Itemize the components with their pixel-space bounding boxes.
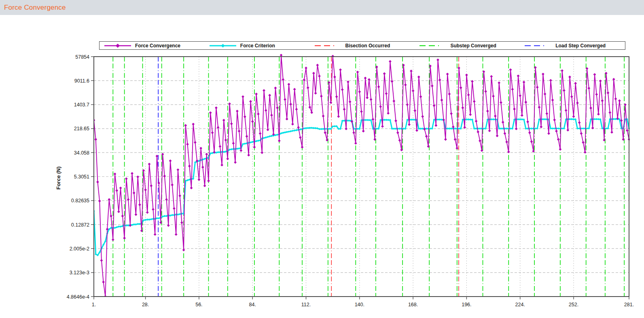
svg-text:112.: 112. [301, 302, 311, 307]
chart-titlebar: Force Convergence [0, 0, 644, 15]
legend-label: Bisection Occurred [345, 43, 390, 49]
svg-text:56.: 56. [195, 302, 202, 307]
svg-text:9011.6: 9011.6 [74, 78, 89, 84]
svg-text:168.: 168. [408, 302, 418, 307]
svg-text:28.: 28. [142, 302, 149, 307]
svg-text:1.: 1. [92, 302, 96, 307]
svg-text:196.: 196. [462, 302, 471, 307]
load-step-converged-line-icon [523, 43, 553, 49]
svg-text:4.8646e-4: 4.8646e-4 [67, 294, 89, 300]
svg-text:281.: 281. [624, 302, 634, 307]
legend-label: Force Convergence [135, 43, 180, 49]
svg-text:5.3051: 5.3051 [74, 174, 89, 180]
svg-text:Force (N): Force (N) [55, 166, 61, 189]
svg-text:140.: 140. [355, 302, 364, 307]
legend-item-force-criterion: Force Criterion [205, 43, 310, 49]
legend-item-substep-converged: Substep Converged [415, 43, 520, 49]
bisection-line-icon [314, 43, 343, 49]
svg-text:252.: 252. [569, 302, 578, 307]
svg-text:1403.7: 1403.7 [74, 102, 89, 108]
page-title: Force Convergence [4, 4, 66, 12]
legend-label: Load Step Converged [555, 43, 606, 49]
force-criterion-series [93, 118, 630, 257]
svg-text:0.12872: 0.12872 [71, 222, 89, 228]
legend-item-force-convergence: Force Convergence [100, 43, 205, 49]
force-convergence-view: { "header": { "title": "Force Convergenc… [0, 0, 644, 318]
svg-text:2.005e-2: 2.005e-2 [70, 246, 89, 252]
legend-label: Force Criterion [240, 43, 275, 49]
svg-text:0.82635: 0.82635 [71, 198, 89, 204]
legend-label: Substep Converged [450, 43, 496, 49]
svg-text:57854: 57854 [75, 54, 89, 60]
chart-legend: Force Convergence Force Criterion Bisect… [99, 41, 625, 50]
svg-text:3.123e-3: 3.123e-3 [70, 270, 89, 276]
legend-item-bisection-occurred: Bisection Occurred [310, 43, 415, 49]
force-criterion-line-icon [208, 43, 237, 49]
gridlines [94, 57, 629, 297]
substep-converged-line-icon [418, 43, 447, 49]
svg-text:84.: 84. [249, 302, 256, 307]
force-convergence-line-icon [103, 43, 132, 49]
svg-text:224.: 224. [515, 302, 525, 307]
svg-text:34.058: 34.058 [74, 150, 89, 156]
axes: 578549011.61403.7218.6534.0585.30510.826… [55, 54, 634, 308]
legend-item-load-step-converged: Load Step Converged [520, 43, 625, 49]
force-convergence-series [93, 54, 631, 298]
svg-text:218.65: 218.65 [74, 126, 89, 131]
